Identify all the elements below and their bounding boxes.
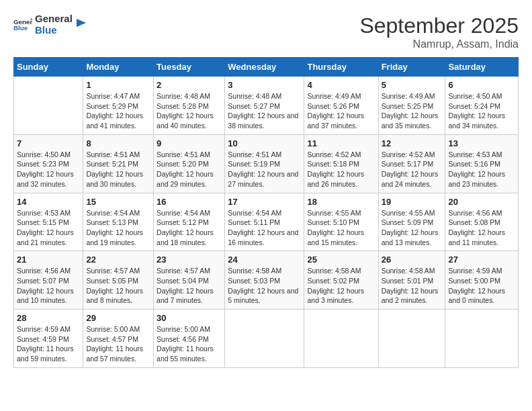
day-cell: 23Sunrise: 4:57 AMSunset: 5:04 PMDayligh… [154,251,225,310]
week-row-3: 21Sunrise: 4:56 AMSunset: 5:07 PMDayligh… [14,251,519,310]
day-info: Sunrise: 4:47 AMSunset: 5:29 PMDaylight:… [86,91,150,131]
day-info: Sunrise: 4:58 AMSunset: 5:03 PMDaylight:… [228,266,301,306]
month-title: September 2025 [359,13,519,38]
logo-general: General [35,13,73,25]
day-number: 7 [17,138,80,148]
day-info: Sunrise: 4:51 AMSunset: 5:19 PMDaylight:… [228,150,301,189]
day-number: 10 [228,138,301,148]
title-block: September 2025 Namrup, Assam, India [359,13,519,50]
day-cell: 4Sunrise: 4:49 AMSunset: 5:26 PMDaylight… [304,77,378,135]
day-info: Sunrise: 4:48 AMSunset: 5:28 PMDaylight:… [157,91,222,131]
day-cell: 26Sunrise: 4:58 AMSunset: 5:01 PMDayligh… [378,251,445,310]
day-number: 19 [382,197,443,207]
day-info: Sunrise: 4:53 AMSunset: 5:16 PMDaylight:… [448,150,515,189]
day-number: 12 [382,138,443,148]
day-number: 2 [157,80,222,90]
day-cell: 1Sunrise: 4:47 AMSunset: 5:29 PMDaylight… [83,77,154,135]
header-thursday: Thursday [304,58,378,77]
header-sunday: Sunday [14,58,83,77]
day-cell: 16Sunrise: 4:54 AMSunset: 5:12 PMDayligh… [154,193,225,251]
day-info: Sunrise: 4:48 AMSunset: 5:27 PMDaylight:… [228,91,301,131]
day-info: Sunrise: 4:54 AMSunset: 5:11 PMDaylight:… [228,208,301,248]
day-number: 9 [157,138,222,148]
day-cell: 12Sunrise: 4:52 AMSunset: 5:17 PMDayligh… [378,134,445,193]
day-number: 24 [228,255,301,265]
day-number: 17 [228,197,301,207]
day-number: 8 [86,138,150,148]
day-info: Sunrise: 5:00 AMSunset: 4:57 PMDaylight:… [86,324,150,364]
day-cell: 10Sunrise: 4:51 AMSunset: 5:19 PMDayligh… [225,134,304,193]
day-number: 27 [448,255,515,265]
day-info: Sunrise: 4:51 AMSunset: 5:20 PMDaylight:… [157,150,222,189]
day-cell: 13Sunrise: 4:53 AMSunset: 5:16 PMDayligh… [445,134,519,193]
week-row-2: 14Sunrise: 4:53 AMSunset: 5:15 PMDayligh… [14,193,519,251]
day-cell: 7Sunrise: 4:50 AMSunset: 5:23 PMDaylight… [14,134,83,193]
day-info: Sunrise: 4:59 AMSunset: 4:59 PMDaylight:… [17,324,80,364]
day-cell: 29Sunrise: 5:00 AMSunset: 4:57 PMDayligh… [83,310,154,368]
day-info: Sunrise: 4:58 AMSunset: 5:01 PMDaylight:… [382,266,443,306]
page-header: General Blue General Blue September 2025… [13,13,519,50]
header-saturday: Saturday [445,58,519,77]
logo: General Blue General Blue [13,13,87,36]
day-number: 11 [307,138,375,148]
day-info: Sunrise: 4:52 AMSunset: 5:17 PMDaylight:… [382,150,443,189]
svg-marker-3 [77,19,86,27]
day-number: 15 [86,197,150,207]
day-cell: 22Sunrise: 4:57 AMSunset: 5:05 PMDayligh… [83,251,154,310]
day-number: 29 [86,313,150,323]
day-info: Sunrise: 4:52 AMSunset: 5:18 PMDaylight:… [307,150,375,189]
day-number: 4 [307,80,375,90]
day-cell: 5Sunrise: 4:49 AMSunset: 5:25 PMDaylight… [378,77,445,135]
day-number: 5 [382,80,443,90]
day-cell: 21Sunrise: 4:56 AMSunset: 5:07 PMDayligh… [14,251,83,310]
week-row-1: 7Sunrise: 4:50 AMSunset: 5:23 PMDaylight… [14,134,519,193]
logo-icon: General Blue [13,15,32,34]
day-info: Sunrise: 5:00 AMSunset: 4:56 PMDaylight:… [157,324,222,364]
day-info: Sunrise: 4:50 AMSunset: 5:23 PMDaylight:… [17,150,80,189]
day-info: Sunrise: 4:59 AMSunset: 5:00 PMDaylight:… [448,266,515,306]
day-info: Sunrise: 4:49 AMSunset: 5:26 PMDaylight:… [307,91,375,131]
day-number: 14 [17,197,80,207]
day-number: 6 [448,80,515,90]
day-info: Sunrise: 4:54 AMSunset: 5:13 PMDaylight:… [86,208,150,248]
day-number: 28 [17,313,80,323]
day-info: Sunrise: 4:51 AMSunset: 5:21 PMDaylight:… [86,150,150,189]
day-number: 18 [307,197,375,207]
day-cell: 18Sunrise: 4:55 AMSunset: 5:10 PMDayligh… [304,193,378,251]
day-cell: 24Sunrise: 4:58 AMSunset: 5:03 PMDayligh… [225,251,304,310]
day-cell: 25Sunrise: 4:58 AMSunset: 5:02 PMDayligh… [304,251,378,310]
day-info: Sunrise: 4:54 AMSunset: 5:12 PMDaylight:… [157,208,222,248]
logo-blue: Blue [35,25,73,36]
day-info: Sunrise: 4:57 AMSunset: 5:04 PMDaylight:… [157,266,222,306]
location-subtitle: Namrup, Assam, India [359,38,519,50]
day-number: 26 [382,255,443,265]
day-number: 22 [86,255,150,265]
day-info: Sunrise: 4:58 AMSunset: 5:02 PMDaylight:… [307,266,375,306]
day-number: 1 [86,80,150,90]
day-cell [225,310,304,368]
day-number: 21 [17,255,80,265]
header-monday: Monday [83,58,154,77]
week-row-0: 1Sunrise: 4:47 AMSunset: 5:29 PMDaylight… [14,77,519,135]
header-tuesday: Tuesday [154,58,225,77]
day-cell: 11Sunrise: 4:52 AMSunset: 5:18 PMDayligh… [304,134,378,193]
day-info: Sunrise: 4:50 AMSunset: 5:24 PMDaylight:… [448,91,515,131]
day-cell: 8Sunrise: 4:51 AMSunset: 5:21 PMDaylight… [83,134,154,193]
day-info: Sunrise: 4:49 AMSunset: 5:25 PMDaylight:… [382,91,443,131]
calendar-body: 1Sunrise: 4:47 AMSunset: 5:29 PMDaylight… [14,77,519,368]
day-info: Sunrise: 4:53 AMSunset: 5:15 PMDaylight:… [17,208,80,248]
day-cell: 14Sunrise: 4:53 AMSunset: 5:15 PMDayligh… [14,193,83,251]
day-cell: 9Sunrise: 4:51 AMSunset: 5:20 PMDaylight… [154,134,225,193]
day-number: 3 [228,80,301,90]
day-number: 20 [448,197,515,207]
day-info: Sunrise: 4:56 AMSunset: 5:07 PMDaylight:… [17,266,80,306]
header-friday: Friday [378,58,445,77]
week-row-4: 28Sunrise: 4:59 AMSunset: 4:59 PMDayligh… [14,310,519,368]
day-number: 25 [307,255,375,265]
day-cell [14,77,83,135]
day-cell [304,310,378,368]
day-cell: 17Sunrise: 4:54 AMSunset: 5:11 PMDayligh… [225,193,304,251]
day-cell [445,310,519,368]
day-cell: 6Sunrise: 4:50 AMSunset: 5:24 PMDaylight… [445,77,519,135]
day-info: Sunrise: 4:56 AMSunset: 5:08 PMDaylight:… [448,208,515,248]
